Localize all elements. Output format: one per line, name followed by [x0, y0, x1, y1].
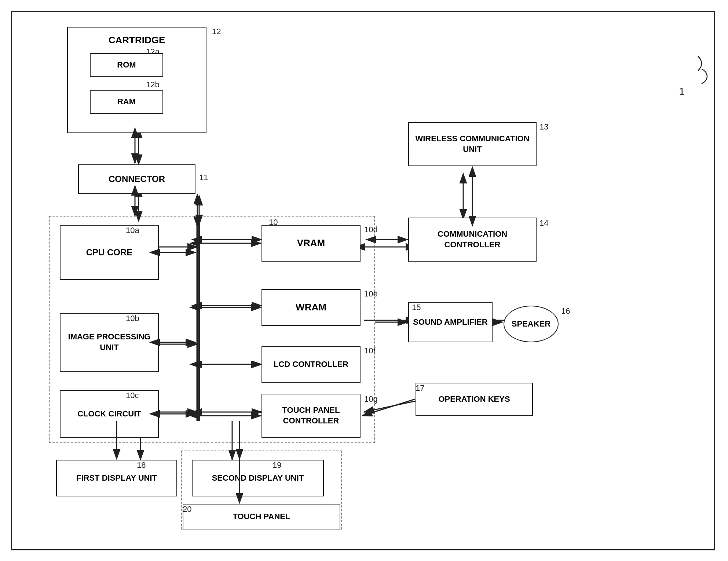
ref-16: 16	[561, 306, 570, 316]
ref-12b: 12b	[146, 80, 160, 90]
ref-11: 11	[199, 173, 208, 182]
connector-block: CONNECTOR	[78, 164, 195, 194]
ref-1: 1	[679, 85, 685, 97]
wireless-comm-block: WIRELESS COMMUNICATION UNIT	[408, 122, 537, 166]
touch-panel-block: TOUCH PANEL	[183, 504, 340, 529]
ref-10a: 10a	[126, 226, 139, 235]
ref-14: 14	[539, 218, 548, 228]
image-processing-block: IMAGE PROCESSING UNIT	[60, 313, 159, 372]
ref-18: 18	[137, 460, 146, 470]
ref-15: 15	[412, 303, 421, 312]
speaker-block: SPEAKER	[504, 306, 559, 342]
diagram-container: CARTRIDGE ROM RAM 12 12a 12b CONNECTOR 1…	[11, 11, 715, 550]
wram-block: WRAM	[261, 289, 361, 326]
ref-10f: 10f	[364, 346, 376, 356]
ref-20: 20	[183, 504, 191, 514]
sound-amplifier-block: SOUND AMPLIFIER	[408, 302, 493, 342]
ref-12: 12	[212, 27, 221, 36]
cartridge-block: CARTRIDGE ROM RAM	[67, 27, 206, 133]
ref-10d: 10d	[364, 225, 378, 234]
ref-12a: 12a	[146, 47, 160, 57]
ref-10c: 10c	[126, 391, 139, 400]
clock-circuit-block: CLOCK CIRCUIT	[60, 390, 159, 438]
ref-10b: 10b	[126, 314, 139, 323]
comm-controller-block: COMMUNICATION CONTROLLER	[408, 218, 537, 262]
ref-10g: 10g	[364, 394, 378, 404]
ref-13: 13	[539, 122, 548, 132]
operation-keys-block: OPERATION KEYS	[416, 383, 533, 416]
vram-block: VRAM	[261, 225, 361, 262]
lcd-controller-block: LCD CONTROLLER	[261, 346, 361, 383]
cpu-core-block: CPU CORE	[60, 225, 159, 280]
ref-17: 17	[416, 383, 424, 393]
ram-block: RAM	[90, 90, 163, 114]
first-display-block: FIRST DISPLAY UNIT	[56, 460, 177, 496]
rom-block: ROM	[90, 53, 163, 77]
touch-panel-controller-block: TOUCH PANEL CONTROLLER	[261, 394, 361, 438]
ref-10e: 10e	[364, 289, 378, 299]
